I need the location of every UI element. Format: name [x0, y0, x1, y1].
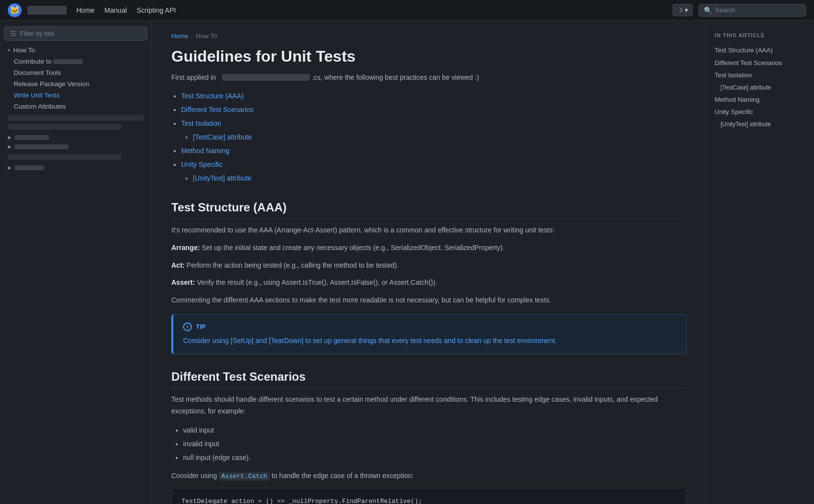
toc-link-unity-specific[interactable]: Unity Specific — [181, 160, 223, 168]
intro-end: .cs, where the following best practices … — [312, 73, 479, 81]
sidebar-item-write-unit-tests[interactable]: Write Unit Tests — [0, 90, 151, 101]
sidebar-item-release-package[interactable]: Release Package Version — [0, 78, 151, 90]
nav-link-scripting[interactable]: Scripting API — [137, 6, 176, 14]
sidebar-item-contribute[interactable]: Contribute to — [0, 56, 151, 67]
sidebar-item-collapsed-3[interactable]: ▶ — [0, 163, 151, 172]
nav-logo: 🐱 — [8, 3, 22, 17]
sidebar-item-collapsed-1[interactable]: ▶ — [0, 133, 151, 142]
sidebar-contribute-label: Contribute to — [14, 58, 83, 65]
toc-item-different-scenarios: Different Test Scenarios — [181, 103, 687, 116]
test-structure-act: Act: Perform the action being tested (e.… — [171, 260, 687, 272]
sidebar-placeholder-1 — [8, 115, 144, 121]
sidebar-custom-attr-label: Custom Attributes — [14, 103, 66, 110]
toc-link-unitytest[interactable]: [UnityTest] attribute — [193, 174, 252, 182]
sidebar-write-tests-label: Write Unit Tests — [14, 92, 60, 99]
main-content: Home / How To Guidelines for Unit Tests … — [152, 21, 706, 504]
info-icon: i — [183, 322, 192, 331]
page-title: Guidelines for Unit Tests — [171, 47, 687, 66]
toc-list: Test Structure (AAA) Different Test Scen… — [181, 89, 687, 185]
search-box[interactable]: 🔍 — [698, 4, 806, 17]
right-panel-link-test-isolation[interactable]: Test Isolation — [715, 69, 806, 82]
layout: ☰ Filter by title ▾ How To Contribute to… — [0, 21, 814, 504]
nav-link-home[interactable]: Home — [76, 6, 94, 14]
tip-box: i TIP Consider using [SetUp] and [TearDo… — [171, 314, 687, 354]
toc-sublist-isolation: [TestCase] attribute — [193, 130, 687, 144]
right-panel-link-different-scenarios[interactable]: Different Test Scenarios — [715, 57, 806, 69]
chevron-down-icon: ▾ — [8, 47, 10, 53]
section-heading-test-structure: Test Structure (AAA) — [171, 201, 687, 219]
theme-chevron: ▾ — [685, 6, 688, 14]
sidebar: ☰ Filter by title ▾ How To Contribute to… — [0, 21, 152, 504]
section-heading-different-scenarios: Different Test Scenarios — [171, 370, 687, 388]
tip-text: Consider using [SetUp] and [TearDown] to… — [183, 335, 676, 346]
sidebar-filter[interactable]: ☰ Filter by title — [4, 26, 147, 41]
sidebar-howto-label: How To — [13, 46, 35, 54]
different-scenarios-intro: Test methods should handle different sce… — [171, 394, 687, 417]
intro-placeholder — [222, 74, 310, 81]
sidebar-section-howto[interactable]: ▾ How To — [0, 45, 151, 56]
nav-links: Home Manual Scripting API — [76, 6, 176, 14]
act-label: Act: — [171, 261, 185, 269]
toc-link-different-scenarios[interactable]: Different Test Scenarios — [181, 106, 254, 114]
logo-emoji: 🐱 — [10, 5, 20, 15]
toc-item-unity-specific: Unity Specific [UnityTest] attribute — [181, 158, 687, 185]
nav-link-manual[interactable]: Manual — [104, 6, 127, 14]
right-panel-link-testcase[interactable]: [TestCase] attribute — [715, 82, 806, 93]
bullet-null-input: null input (edge case). — [183, 451, 687, 464]
right-panel-link-method-naming[interactable]: Method Naming — [715, 93, 806, 106]
sidebar-item-document-tools[interactable]: Document Tools — [0, 67, 151, 78]
toc-item-test-structure: Test Structure (AAA) — [181, 89, 687, 103]
toc-link-test-structure[interactable]: Test Structure (AAA) — [181, 92, 244, 100]
breadcrumb-separator: / — [191, 32, 193, 40]
toc-link-method-naming[interactable]: Method Naming — [181, 147, 230, 155]
filter-label: Filter by title — [20, 30, 54, 37]
test-structure-assert: Assert: Verify the result (e.g., using A… — [171, 277, 687, 289]
nav-brand — [27, 6, 67, 15]
toc-item-method-naming: Method Naming — [181, 144, 687, 158]
filter-icon: ☰ — [10, 30, 16, 37]
code-line-1: TestDelegate action = () => _nullPropert… — [182, 496, 676, 504]
toc-item-unitytest: [UnityTest] attribute — [193, 171, 687, 185]
right-panel: IN THIS ARTICLE Test Structure (AAA) Dif… — [706, 21, 814, 504]
breadcrumb-home[interactable]: Home — [171, 32, 188, 40]
assert-catch-intro: Consider using Assert.Catch to handle th… — [171, 470, 687, 482]
toc-link-test-isolation[interactable]: Test Isolation — [181, 119, 221, 127]
breadcrumb-current: How To — [196, 32, 217, 40]
bullet-invalid-input: invalid input — [183, 437, 687, 451]
sidebar-release-label: Release Package Version — [14, 80, 90, 88]
top-nav: 🐱 Home Manual Scripting API ☽ ▾ 🔍 — [0, 0, 814, 21]
search-icon: 🔍 — [704, 6, 712, 14]
chevron-right-icon-1: ▶ — [8, 135, 12, 140]
tip-label: TIP — [196, 323, 206, 330]
sidebar-item-custom-attributes[interactable]: Custom Attributes — [0, 101, 151, 112]
sidebar-placeholder-3 — [8, 154, 121, 160]
toc-link-testcase[interactable]: [TestCase] attribute — [193, 133, 252, 141]
right-panel-link-unity-specific[interactable]: Unity Specific — [715, 106, 806, 118]
tip-header: i TIP — [183, 322, 676, 331]
right-panel-title: IN THIS ARTICLE — [715, 32, 806, 38]
sidebar-document-tools-label: Document Tools — [14, 69, 61, 76]
right-panel-link-test-structure[interactable]: Test Structure (AAA) — [715, 44, 806, 57]
sidebar-placeholder-2 — [8, 124, 121, 130]
toc-sublist-unity: [UnityTest] attribute — [193, 171, 687, 185]
sidebar-item-collapsed-2[interactable]: ▶ — [0, 142, 151, 151]
test-structure-intro: It's recommended to use the AAA (Arrange… — [171, 225, 687, 236]
right-panel-link-unitytest[interactable]: [UnityTest] attribute — [715, 118, 806, 130]
chevron-right-icon-3: ▶ — [8, 165, 12, 170]
test-structure-arrange: Arrange: Set up the initial state and cr… — [171, 242, 687, 254]
search-input[interactable] — [715, 6, 801, 14]
arrange-label: Arrange: — [171, 244, 200, 252]
theme-icon: ☽ — [677, 6, 683, 14]
code-block: TestDelegate action = () => _nullPropert… — [171, 488, 687, 504]
intro-text: First applied in .cs, where the followin… — [171, 73, 687, 81]
theme-toggle-button[interactable]: ☽ ▾ — [673, 4, 693, 16]
chevron-right-icon-2: ▶ — [8, 144, 12, 149]
bullet-valid-input: valid input — [183, 423, 687, 437]
test-structure-note: Commenting the different AAA sections to… — [171, 295, 687, 306]
assert-label: Assert: — [171, 278, 195, 286]
intro-start: First applied in — [171, 73, 216, 81]
toc-item-testcase: [TestCase] attribute — [193, 130, 687, 144]
assert-catch-code: Assert.Catch — [219, 472, 270, 481]
breadcrumb: Home / How To — [171, 32, 687, 40]
toc-item-test-isolation: Test Isolation [TestCase] attribute — [181, 116, 687, 144]
